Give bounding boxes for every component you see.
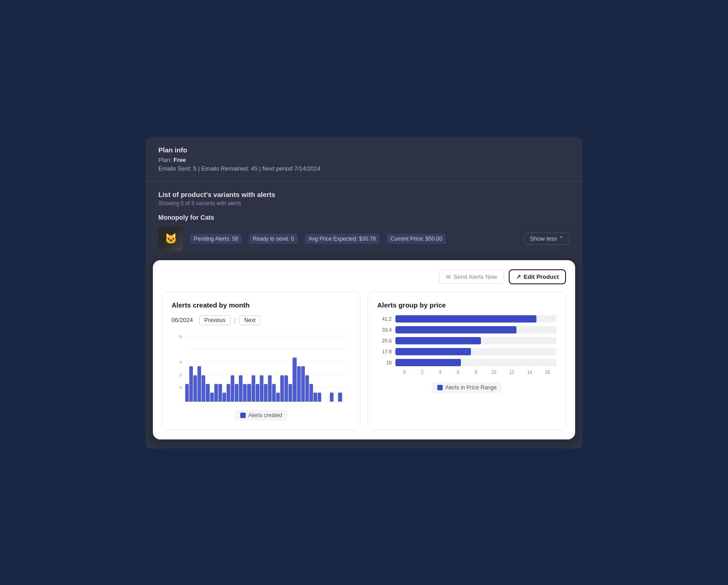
hbar-fill xyxy=(395,337,481,344)
card-header: ✉ Send Alerts Now ↗ Edit Product xyxy=(162,269,566,284)
bar xyxy=(260,375,263,402)
hbar-fill xyxy=(395,326,516,333)
legend-label: Alerts created xyxy=(248,412,282,419)
bar xyxy=(268,375,272,402)
bar xyxy=(288,384,292,402)
send-alerts-label: Send Alerts Now xyxy=(454,273,497,280)
bar xyxy=(280,375,284,402)
hbar-axis-tick: 2 xyxy=(413,370,431,375)
bar xyxy=(318,393,321,401)
bar xyxy=(231,375,234,402)
plan-info-title: Plan info xyxy=(158,146,570,154)
bar xyxy=(243,384,247,402)
bar-chart-title: Alerts created by month xyxy=(172,301,351,309)
current-price-badge: Current Price: $50.00 xyxy=(387,234,446,244)
charts-row: Alerts created by month 06/2024 Previous… xyxy=(162,292,566,430)
bar xyxy=(239,375,243,402)
bar xyxy=(185,384,189,402)
hbar-row: 17.8 xyxy=(377,348,556,355)
external-link-icon: ↗ xyxy=(516,273,521,280)
bar-chart-legend: Alerts created xyxy=(235,410,288,421)
bar xyxy=(214,384,218,402)
hbar-axis-tick: 0 xyxy=(395,370,413,375)
bar xyxy=(309,384,313,402)
variants-showing: Showing 5 of 5 variants with alerts xyxy=(158,200,570,207)
hbar-row: 25.6 xyxy=(377,337,556,344)
bar xyxy=(305,375,309,402)
bar xyxy=(252,375,255,402)
hbar-axis-tick: 6 xyxy=(449,370,467,375)
bar xyxy=(202,375,205,402)
plan-label: Plan: xyxy=(158,156,172,163)
svg-text:4: 4 xyxy=(180,360,182,364)
previous-button[interactable]: Previous xyxy=(199,315,231,325)
send-alerts-button[interactable]: ✉ Send Alerts Now xyxy=(439,270,504,284)
hbar-axis-tick: 10 xyxy=(485,370,503,375)
bar xyxy=(193,375,197,402)
bar xyxy=(227,384,230,402)
hbar-label: 25.6 xyxy=(377,338,392,343)
hbar-row: 10 xyxy=(377,359,556,366)
hbar-chart-card: Alerts group by price 41.233.425.617.810… xyxy=(368,292,566,430)
hbar-row: 41.2 xyxy=(377,315,556,323)
bar xyxy=(247,384,251,402)
bar xyxy=(297,366,301,401)
plan-info-section: Plan info Plan: Free Emails Sent: 5 | Em… xyxy=(146,137,582,182)
chart-nav: 06/2024 Previous | Next xyxy=(172,315,351,325)
bar xyxy=(284,375,288,402)
hbar-label: 33.4 xyxy=(377,327,392,333)
variants-section: List of product's variants with alerts S… xyxy=(146,182,582,260)
hbar-label: 17.8 xyxy=(377,349,392,354)
emails-info: Emails Sent: 5 | Emails Remained: 45 | N… xyxy=(158,165,570,172)
bar xyxy=(338,393,342,401)
pending-alerts-badge: Pending Alerts: 58 xyxy=(190,234,242,244)
hbar-fill xyxy=(395,348,471,355)
hbar-track xyxy=(395,359,556,366)
bar-chart-card: Alerts created by month 06/2024 Previous… xyxy=(162,292,360,430)
bar xyxy=(293,358,296,402)
bar xyxy=(189,366,193,401)
hbar-axis-tick: 8 xyxy=(467,370,485,375)
hbar-legend-dot xyxy=(437,385,443,390)
bar xyxy=(206,384,209,402)
hbar-fill xyxy=(395,359,461,366)
bar xyxy=(197,366,201,401)
bar xyxy=(272,384,276,402)
bar xyxy=(222,393,226,401)
next-button[interactable]: Next xyxy=(239,315,261,325)
product-image xyxy=(158,227,183,251)
show-less-button[interactable]: Show less ⌃ xyxy=(524,232,570,245)
bar xyxy=(210,393,214,401)
bar-chart-container: 6 4 2 0 xyxy=(172,332,351,404)
detail-card: ✉ Send Alerts Now ↗ Edit Product Alerts … xyxy=(153,260,575,439)
show-less-label: Show less xyxy=(530,235,557,242)
chevron-up-icon: ⌃ xyxy=(559,235,564,242)
bar xyxy=(264,384,268,402)
svg-text:2: 2 xyxy=(180,373,182,377)
svg-text:0: 0 xyxy=(180,385,182,390)
hbar-chart: 41.233.425.617.810 xyxy=(377,315,556,366)
hbar-fill xyxy=(395,315,536,323)
hbar-label: 10 xyxy=(377,360,392,365)
edit-product-button[interactable]: ↗ Edit Product xyxy=(509,269,566,284)
bar xyxy=(301,366,305,401)
bar xyxy=(256,384,259,402)
product-thumbnail xyxy=(158,227,183,251)
product-row: Pending Alerts: 58 Ready to send: 0 Avg … xyxy=(158,227,570,251)
bar xyxy=(235,384,238,402)
chart-date: 06/2024 xyxy=(172,317,193,323)
variants-title: List of product's variants with alerts xyxy=(158,191,570,198)
hbar-axis-tick: 12 xyxy=(503,370,521,375)
plan-value: Free xyxy=(173,156,186,163)
hbar-axis-tick: 4 xyxy=(431,370,449,375)
product-name: Monopoly for Cats xyxy=(158,214,570,221)
hbar-axis: 0246810121416 xyxy=(395,370,556,375)
hbar-axis-tick: 14 xyxy=(521,370,538,375)
bar xyxy=(218,384,222,402)
hbar-axis-tick: 16 xyxy=(539,370,556,375)
ready-to-send-badge: Ready to send: 0 xyxy=(249,234,298,244)
bar xyxy=(313,393,317,401)
hbar-chart-title: Alerts group by price xyxy=(377,301,556,309)
hbar-track xyxy=(395,315,556,323)
bar xyxy=(276,393,280,401)
